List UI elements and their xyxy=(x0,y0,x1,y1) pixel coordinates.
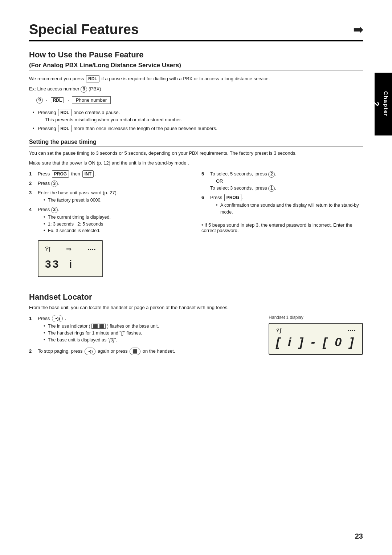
bullet-2: Pressing RDL more than once increases th… xyxy=(33,125,363,132)
num-1-circle: 1 xyxy=(268,185,275,192)
handset-display-label: Handset 1 display xyxy=(269,315,363,320)
step-2: 2 Press 3. xyxy=(29,180,191,187)
display-main-1: 33 i xyxy=(45,256,96,272)
step-5: 5 To select 5 seconds, press 2. OR To se… xyxy=(201,170,363,192)
hangup-key: ⬛ xyxy=(130,348,140,355)
rdl-key-b1: RDL xyxy=(58,109,72,116)
step-6: 6 Press PROG. A confirmation tone sounds… xyxy=(201,194,363,216)
or-text: OR xyxy=(216,178,223,184)
dot2: · xyxy=(68,97,69,103)
handset-step-2: 2 To stop paging, press ·•)) again or pr… xyxy=(29,348,254,355)
prog-key-6: PROG xyxy=(224,194,241,201)
chapter-number: 2 xyxy=(371,102,381,106)
display-battery-1: ▪▪▪▪ xyxy=(88,246,96,253)
num-2-circle: 2 xyxy=(268,171,275,178)
section2-intro2: Make sure that the power is ON (p. 12) a… xyxy=(29,159,363,167)
step-6-subs: A confirmation tone sounds and the displ… xyxy=(216,202,363,216)
handset-signal: Ÿ∫ xyxy=(276,327,281,333)
password-note: • If 5 beeps sound in step 3, the entere… xyxy=(201,222,363,233)
rdl-key-intro: RDL xyxy=(86,75,99,82)
handset-battery: ▪▪▪▪ xyxy=(348,328,356,333)
section1-heading: How to Use the Pause Feature xyxy=(29,50,363,60)
step-3: 3 Enter the base unit pass word (p. 27).… xyxy=(29,189,191,204)
page-key: ·•)) xyxy=(52,315,63,323)
display-box-1: Ÿ∫ ⇒ ▪▪▪▪ 33 i xyxy=(38,240,103,277)
handset-display-box: Ÿ∫ ▪▪▪▪ [ i ] - [ 0 ] xyxy=(269,323,363,355)
step-4-sub1: The current timing is displayed. xyxy=(44,214,191,221)
step-4-sub3: Ex. 3 seconds is selected. xyxy=(44,227,191,234)
handset-step-1: 1 Press ·•)) . The in use indicator ( ⬛ … xyxy=(29,315,254,344)
handset-step-1-subs: The in use indicator ( ⬛ ⬛ ) flashes on … xyxy=(44,323,254,343)
dial-9: 9 xyxy=(36,97,43,104)
steps-right-col: 5 To select 5 seconds, press 2. OR To se… xyxy=(201,170,363,283)
section2-intro1: You can set the pause timing to 3 second… xyxy=(29,150,363,157)
handset-intro: From the base unit, you can locate the h… xyxy=(29,304,363,311)
page-key-2: ·•)) xyxy=(85,348,95,355)
handset-heading: Handset Locator xyxy=(29,292,363,302)
handset-section: Handset Locator From the base unit, you … xyxy=(29,292,363,357)
basic-operations-label: Basic Operations xyxy=(364,84,369,128)
display-top-row-1: Ÿ∫ ⇒ ▪▪▪▪ xyxy=(45,244,96,254)
bullet-1b: This prevents misdialling when you redia… xyxy=(45,117,182,122)
step-3-sub1: The factory preset is 0000. xyxy=(44,197,191,204)
hs1-sub1: The in use indicator ( ⬛ ⬛ ) flashes on … xyxy=(44,323,254,330)
dot1: · xyxy=(46,97,47,103)
example-label: Ex: Line access number 9 (PBX) xyxy=(29,85,363,93)
steps-grid: 1 Press PROG then INT. 2 Press 3. 3 Ente… xyxy=(29,170,363,283)
hs1-sub3: The base unit is displayed as "[0]". xyxy=(44,337,254,344)
section2-heading: Setting the pause timing xyxy=(29,139,363,147)
dial-example-row: 9 · RDL · Phone number xyxy=(36,96,363,104)
chapter-label: Chapter xyxy=(383,91,389,117)
step-3-subs: The factory preset is 0000. xyxy=(44,197,191,204)
step-1: 1 Press PROG then INT. xyxy=(29,170,191,178)
handset-steps-row: 1 Press ·•)) . The in use indicator ( ⬛ … xyxy=(29,315,363,357)
num-3-circle-s4: 3 xyxy=(51,207,58,213)
rdl-key-dial: RDL xyxy=(51,97,64,103)
step-4: 4 Press 3. The current timing is display… xyxy=(29,206,191,280)
section1-bullets: Pressing RDL once creates a pause. This … xyxy=(33,109,363,132)
bullet-1: Pressing RDL once creates a pause. This … xyxy=(33,109,363,123)
chapter-tab: Chapter 2 Basic Operations xyxy=(375,73,392,135)
step-6-sub1: A confirmation tone sounds and the displ… xyxy=(216,202,363,216)
page-number: 23 xyxy=(355,532,363,540)
int-key: INT xyxy=(82,170,94,178)
step-4-subs: The current timing is displayed. 1: 3 se… xyxy=(44,214,191,234)
handset-steps-right: Handset 1 display Ÿ∫ ▪▪▪▪ [ i ] - [ 0 ] xyxy=(269,315,363,355)
step-4-sub2: 1: 3 seconds 2: 5 seconds xyxy=(44,221,191,228)
title-text: Special Features xyxy=(29,22,139,37)
title-arrow: ➡ xyxy=(353,23,363,37)
display-arrow-1: ⇒ xyxy=(66,244,72,254)
section1-intro: We recommend you press RDL if a pause is… xyxy=(29,75,363,82)
num-3-circle-s2: 3 xyxy=(51,181,58,187)
display-signal-1: Ÿ∫ xyxy=(45,245,50,254)
section1-subheading: (For Analog PBX Line/Long Distance Servi… xyxy=(29,62,363,71)
page-title: Special Features ➡ xyxy=(29,22,363,41)
handset-display-top: Ÿ∫ ▪▪▪▪ xyxy=(276,327,356,333)
num-9-circle: 9 xyxy=(81,86,87,93)
phone-number-box: Phone number xyxy=(72,96,111,104)
steps-left-col: 1 Press PROG then INT. 2 Press 3. 3 Ente… xyxy=(29,170,191,283)
hs1-sub2: The handset rings for 1 minute and "∫∫" … xyxy=(44,330,254,337)
handset-steps-left: 1 Press ·•)) . The in use indicator ( ⬛ … xyxy=(29,315,254,357)
handset-display-main: [ i ] - [ 0 ] xyxy=(276,335,356,349)
prog-key-1: PROG xyxy=(52,170,69,178)
rdl-key-b2: RDL xyxy=(58,125,72,132)
